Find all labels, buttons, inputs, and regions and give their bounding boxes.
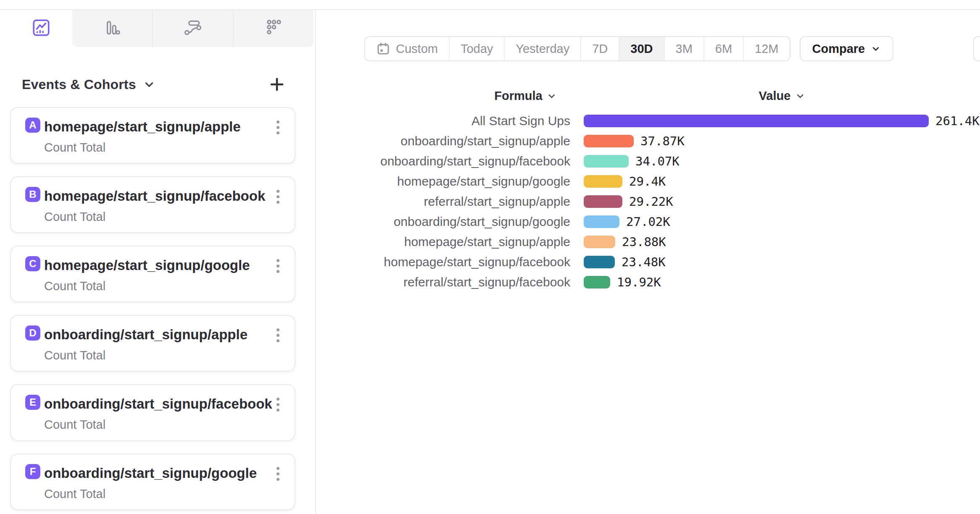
bar[interactable]: [584, 276, 610, 288]
value-header-label: Value: [759, 89, 791, 103]
date-range-label: 7D: [592, 42, 608, 56]
bar-row: homepage/start_signup/facebook 23.48K: [316, 252, 980, 272]
bar-row-label: referral/start_signup/apple: [316, 194, 570, 209]
bar[interactable]: [584, 236, 615, 248]
event-card-measure: Count Total: [44, 210, 105, 224]
date-range-3m[interactable]: 3M: [664, 37, 703, 60]
bar-row-label: homepage/start_signup/apple: [316, 235, 570, 249]
clipped-edge-button[interactable]: [973, 36, 980, 61]
tab-bar-report[interactable]: [72, 10, 152, 47]
bar-row: homepage/start_signup/apple 23.88K: [316, 232, 980, 252]
date-range-label: Yesterday: [516, 42, 569, 56]
flows-report-icon: [183, 18, 203, 39]
bar-row-label: homepage/start_signup/facebook: [316, 255, 570, 269]
formula-header[interactable]: Formula: [494, 89, 556, 103]
compare-label: Compare: [812, 42, 865, 56]
bar-row: referral/start_signup/apple 29.22K: [316, 191, 980, 212]
event-card-title: onboarding/start_signup/facebook: [44, 396, 272, 412]
bar-value: 23.88K: [622, 235, 666, 249]
insights-line-chart-icon: [32, 18, 51, 39]
kebab-menu-icon[interactable]: [275, 465, 281, 483]
event-letter-badge: F: [25, 464, 40, 479]
event-card[interactable]: D onboarding/start_signup/apple Count To…: [10, 315, 295, 372]
bar-row: homepage/start_signup/google 29.4K: [316, 171, 980, 191]
bar-row: All Start Sign Ups 261.4K: [316, 111, 980, 131]
kebab-menu-icon[interactable]: [275, 396, 281, 413]
bar-value: 29.4K: [629, 174, 666, 189]
bar-row-label: onboarding/start_signup/apple: [316, 134, 570, 148]
event-letter-badge: B: [25, 187, 40, 202]
compare-button[interactable]: Compare: [800, 36, 894, 61]
event-card[interactable]: C homepage/start_signup/google Count Tot…: [10, 246, 295, 302]
funnel-dots-report-icon: [264, 18, 284, 39]
bar[interactable]: [584, 175, 622, 188]
report-main: CustomTodayYesterday7D30D3M6M12M Compare…: [316, 10, 980, 514]
add-event-button[interactable]: [268, 76, 286, 93]
date-range-label: Today: [461, 42, 493, 56]
date-range-label: 30D: [630, 42, 653, 56]
bar[interactable]: [584, 256, 615, 268]
bar-value: 34.07K: [635, 154, 680, 168]
event-card[interactable]: F onboarding/start_signup/google Count T…: [10, 454, 295, 510]
bar-value: 29.22K: [629, 194, 673, 209]
tab-funnels-report[interactable]: [233, 10, 314, 47]
event-card[interactable]: B homepage/start_signup/facebook Count T…: [10, 176, 295, 233]
events-cohorts-title: Events & Cohorts: [22, 77, 136, 92]
tab-flows-report[interactable]: [152, 10, 233, 47]
event-card-measure: Count Total: [44, 487, 105, 501]
insights-report-screen: Events & Cohorts A homepage/start_signup…: [0, 0, 980, 514]
bar[interactable]: [584, 155, 629, 168]
bar-row: onboarding/start_signup/facebook 34.07K: [316, 151, 980, 171]
chevron-down-icon[interactable]: [144, 79, 155, 90]
event-card-measure: Count Total: [44, 141, 105, 155]
bar-row-label: referral/start_signup/facebook: [316, 275, 570, 289]
kebab-menu-icon[interactable]: [275, 188, 281, 205]
event-card-list: A homepage/start_signup/apple Count Tota…: [10, 107, 295, 514]
date-range-yesterday[interactable]: Yesterday: [504, 37, 580, 60]
bar-row: onboarding/start_signup/apple 37.87K: [316, 131, 980, 151]
event-card-measure: Count Total: [44, 349, 105, 362]
calendar-icon: [376, 42, 390, 56]
value-header[interactable]: Value: [759, 89, 805, 103]
date-range-7d[interactable]: 7D: [580, 37, 619, 60]
bar[interactable]: [584, 115, 929, 127]
formula-header-label: Formula: [494, 89, 542, 103]
bar[interactable]: [584, 195, 622, 208]
date-range-selector: CustomTodayYesterday7D30D3M6M12M: [364, 36, 790, 61]
date-range-custom[interactable]: Custom: [365, 37, 449, 60]
bar[interactable]: [584, 215, 619, 228]
event-card-measure: Count Total: [44, 279, 105, 293]
bar-value: 19.92K: [617, 275, 661, 289]
date-range-today[interactable]: Today: [449, 37, 504, 60]
tab-insights[interactable]: [10, 10, 72, 47]
event-card[interactable]: E onboarding/start_signup/facebook Count…: [10, 384, 295, 441]
bar-chart-report-icon: [102, 18, 121, 39]
date-range-6m[interactable]: 6M: [703, 37, 743, 60]
event-card[interactable]: A homepage/start_signup/apple Count Tota…: [10, 107, 295, 164]
chevron-down-icon: [548, 92, 556, 100]
date-range-30d[interactable]: 30D: [619, 37, 664, 60]
bar-value: 37.87K: [640, 134, 685, 148]
bar-value: 261.4K: [935, 114, 980, 128]
bar-row-label: onboarding/start_signup/facebook: [316, 154, 570, 168]
date-range-label: 3M: [676, 42, 693, 56]
event-card-title: homepage/start_signup/apple: [44, 119, 241, 135]
bar-row-label: All Start Sign Ups: [316, 114, 570, 128]
event-letter-badge: D: [25, 325, 40, 341]
event-card-title: onboarding/start_signup/apple: [44, 327, 248, 343]
date-toolbar: CustomTodayYesterday7D30D3M6M12M Compare: [364, 36, 893, 61]
event-card-title: homepage/start_signup/facebook: [44, 188, 265, 204]
event-letter-badge: C: [25, 256, 40, 271]
event-card-measure: Count Total: [44, 418, 105, 432]
bar-row-label: homepage/start_signup/google: [316, 174, 570, 189]
date-range-12m[interactable]: 12M: [743, 37, 789, 60]
bar-value: 23.48K: [622, 255, 666, 269]
kebab-menu-icon[interactable]: [275, 327, 281, 344]
events-cohorts-header: Events & Cohorts: [22, 74, 286, 95]
bar[interactable]: [584, 135, 634, 147]
chevron-down-icon: [796, 92, 804, 100]
kebab-menu-icon[interactable]: [275, 119, 281, 136]
kebab-menu-icon[interactable]: [275, 257, 281, 275]
chevron-down-icon: [871, 44, 881, 54]
event-letter-badge: E: [25, 395, 40, 410]
